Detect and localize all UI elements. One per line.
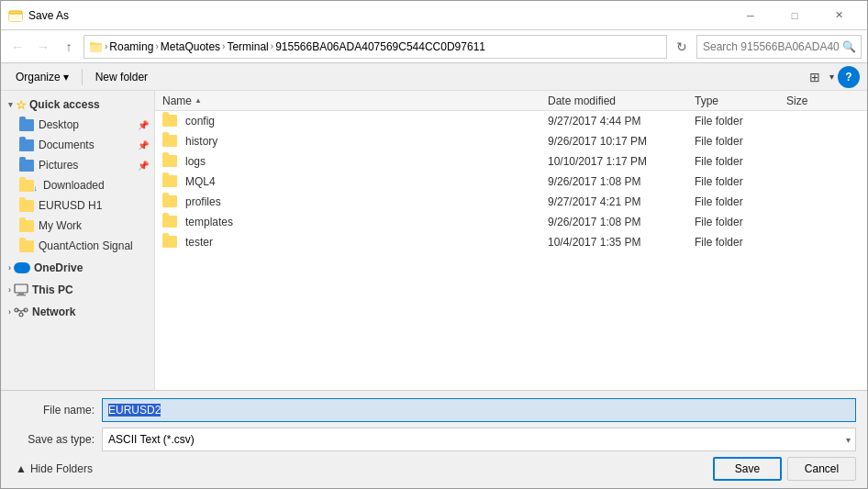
svg-rect-7 [17, 295, 26, 296]
view-button[interactable]: ⊞ [804, 67, 826, 87]
sidebar-header-thispc[interactable]: › This PC [1, 280, 154, 300]
svg-point-8 [19, 313, 23, 317]
quick-access-label: Quick access [29, 98, 100, 111]
onedrive-icon [14, 262, 30, 273]
dialog-icon [8, 8, 23, 23]
folder-icon [162, 216, 177, 228]
save-as-dialog: Save As ─ □ ✕ ← → ↑ › Roaming › MetaQuot… [0, 0, 868, 489]
quantaction-folder-icon [19, 240, 34, 252]
minimize-button[interactable]: ─ [729, 1, 772, 30]
svg-line-13 [21, 310, 26, 311]
breadcrumb-id[interactable]: 915566BA06ADA407569C544CC0D97611 [275, 40, 485, 53]
actions-row: ▲ Hide Folders Save Cancel [12, 457, 856, 481]
breadcrumb-folder-icon [90, 40, 103, 53]
filename-input[interactable] [102, 398, 856, 422]
col-name-header: Name [162, 94, 192, 107]
svg-rect-6 [18, 293, 24, 295]
thispc-label: This PC [32, 283, 73, 296]
help-button[interactable]: ? [838, 66, 860, 88]
savetype-label: Save as type: [12, 433, 95, 446]
cancel-button[interactable]: Cancel [787, 457, 856, 481]
downloaded-folder-icon: ↓ [19, 180, 34, 192]
up-button[interactable]: ↑ [58, 36, 80, 58]
table-row[interactable]: history 9/26/2017 10:17 PM File folder [155, 131, 867, 151]
svg-rect-1 [9, 14, 22, 21]
table-row[interactable]: profiles 9/27/2017 4:21 PM File folder [155, 192, 867, 212]
chevron-icon: ▾ [8, 100, 13, 109]
title-text: Save As [28, 9, 69, 22]
pin-icon: 📌 [138, 120, 149, 130]
toolbar: Organize ▾ New folder ⊞ ▾ ? [1, 63, 867, 91]
breadcrumb-roaming[interactable]: Roaming [109, 40, 153, 53]
maximize-button[interactable]: □ [773, 1, 816, 30]
sidebar-section-thispc: › This PC [1, 280, 154, 300]
refresh-button[interactable]: ↻ [671, 36, 693, 58]
svg-rect-4 [90, 42, 95, 45]
save-button[interactable]: Save [713, 457, 782, 481]
pictures-folder-icon [19, 160, 34, 172]
eurusd-folder-icon [19, 200, 34, 212]
folder-icon [162, 115, 177, 127]
breadcrumb[interactable]: › Roaming › MetaQuotes › Terminal › 9155… [83, 35, 667, 59]
search-input[interactable] [696, 35, 862, 59]
file-rows-container: config 9/27/2017 4:44 PM File folder his… [155, 111, 867, 252]
search-icon: 🔍 [842, 40, 856, 53]
svg-rect-5 [15, 284, 28, 293]
folder-icon [162, 175, 177, 187]
back-button[interactable]: ← [6, 36, 28, 58]
sidebar-header-onedrive[interactable]: › OneDrive [1, 258, 154, 278]
sidebar-item-desktop[interactable]: Desktop 📌 [1, 115, 154, 135]
network-chevron: › [8, 307, 11, 317]
desktop-folder-icon [19, 119, 34, 131]
breadcrumb-terminal[interactable]: Terminal [227, 40, 268, 53]
col-date-header: Date modified [548, 94, 695, 107]
title-bar: Save As ─ □ ✕ [1, 1, 867, 30]
search-wrapper: 🔍 [696, 35, 862, 59]
breadcrumb-metaquotes[interactable]: MetaQuotes [161, 40, 220, 53]
folder-icon [162, 135, 177, 147]
table-row[interactable]: logs 10/10/2017 1:17 PM File folder [155, 151, 867, 172]
svg-line-12 [17, 310, 21, 311]
savetype-select[interactable]: ASCII Text (*.csv)CSV (Comma delimited) … [102, 428, 856, 451]
pin-icon-pics: 📌 [138, 161, 149, 171]
sidebar-item-eurusd-h1[interactable]: EURUSD H1 [1, 195, 154, 216]
savetype-select-wrapper: ASCII Text (*.csv)CSV (Comma delimited) … [102, 428, 856, 451]
sidebar-item-quantaction[interactable]: QuantAction Signal [1, 236, 154, 256]
col-size-header: Size [786, 94, 860, 107]
close-button[interactable]: ✕ [818, 1, 860, 30]
folder-icon [162, 155, 177, 167]
toolbar-separator [82, 69, 83, 85]
sidebar-item-my-work[interactable]: My Work [1, 216, 154, 236]
sidebar-section-network: › Network [1, 302, 154, 322]
organize-button[interactable]: Organize ▾ [8, 67, 76, 87]
thispc-chevron: › [8, 285, 11, 295]
address-bar: ← → ↑ › Roaming › MetaQuotes › Terminal … [1, 30, 867, 63]
table-row[interactable]: config 9/27/2017 4:44 PM File folder [155, 111, 867, 131]
network-label: Network [32, 306, 75, 318]
sidebar-header-network[interactable]: › Network [1, 302, 154, 322]
sidebar-header-quick-access[interactable]: ▾ ☆ Quick access [1, 94, 154, 115]
filename-row: File name: [12, 398, 856, 422]
folder-icon [162, 236, 177, 248]
forward-button[interactable]: → [32, 36, 54, 58]
network-icon [14, 306, 28, 318]
work-folder-icon [19, 220, 34, 232]
col-type-header: Type [695, 94, 786, 107]
sidebar-item-downloaded[interactable]: ↓ Downloaded [1, 175, 154, 195]
main-area: ▾ ☆ Quick access Desktop 📌 Documents 📌 [1, 91, 867, 390]
table-row[interactable]: tester 10/4/2017 1:35 PM File folder [155, 232, 867, 252]
sidebar-section-onedrive: › OneDrive [1, 258, 154, 278]
sidebar-item-pictures[interactable]: Pictures 📌 [1, 155, 154, 175]
filename-label: File name: [12, 404, 95, 417]
svg-rect-3 [90, 45, 102, 52]
table-row[interactable]: MQL4 9/26/2017 1:08 PM File folder [155, 172, 867, 192]
file-list-header: Name ▲ Date modified Type Size [155, 91, 867, 111]
view-arrow[interactable]: ▾ [829, 72, 834, 82]
star-icon: ☆ [16, 98, 27, 112]
file-area: Name ▲ Date modified Type Size config 9/… [155, 91, 867, 390]
sidebar-item-documents[interactable]: Documents 📌 [1, 135, 154, 155]
sidebar: ▾ ☆ Quick access Desktop 📌 Documents 📌 [1, 91, 155, 390]
hide-folders-button[interactable]: ▲ Hide Folders [12, 461, 96, 477]
table-row[interactable]: templates 9/26/2017 1:08 PM File folder [155, 212, 867, 232]
new-folder-button[interactable]: New folder [88, 67, 155, 87]
